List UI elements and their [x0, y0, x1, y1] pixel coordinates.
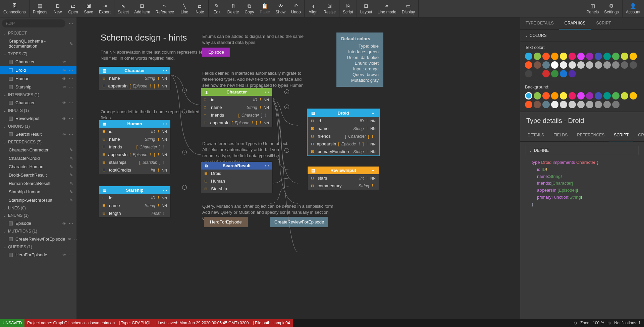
eye-icon[interactable]: 👁 — [62, 221, 66, 225]
eye-icon[interactable]: 👁 — [62, 117, 66, 121]
zoom-out-icon[interactable]: ⊖ — [574, 321, 577, 325]
zoom-in-icon[interactable]: ⊕ — [607, 321, 611, 325]
node-starship[interactable]: ▤Starship⋯ ⊟idID!NN⊟nameString!NN⊟length… — [99, 186, 171, 217]
checkbox-icon[interactable] — [9, 85, 13, 89]
tree-item[interactable]: Starship-Human✎ — [0, 188, 76, 196]
edit-pencil-icon[interactable]: ✎ — [69, 173, 73, 178]
more-icon[interactable]: ⋯ — [69, 116, 73, 121]
color-swatch[interactable] — [542, 61, 550, 69]
tree-item[interactable]: Droid👁⋯ — [0, 66, 76, 74]
filter-more-icon[interactable]: ⋯ — [67, 21, 74, 26]
reference-button[interactable]: ↖Reference — [153, 0, 176, 17]
notifications-label[interactable]: Notifications: 1 — [614, 321, 641, 325]
color-swatch[interactable] — [630, 92, 637, 100]
node-reviewinput[interactable]: ▤ReviewInput⋯ ⊟starsInt!NN⊟commentaryStr… — [307, 166, 379, 190]
define-section[interactable]: ⌄DEFINE — [526, 146, 639, 155]
line-button[interactable]: ╲Line — [177, 0, 192, 17]
dtab-script[interactable]: SCRIPT — [609, 129, 633, 141]
edit-button[interactable]: ✎Edit — [209, 0, 225, 17]
copy-button[interactable]: ⧉Copy — [242, 0, 257, 17]
node-menu-icon[interactable]: ⋯ — [371, 111, 376, 116]
checkbox-icon[interactable] — [9, 221, 13, 225]
node-character-type[interactable]: ▤Character⋯ ⊟nameString!NN⊟appearsIn[ Ep… — [99, 66, 171, 90]
colors-section-header[interactable]: ⌄COLORS — [525, 33, 639, 38]
color-swatch[interactable] — [560, 92, 567, 100]
section-lines[interactable]: ⌄LINES (0) — [0, 204, 76, 212]
edit-pencil-icon[interactable]: ✎ — [69, 181, 73, 186]
more-icon[interactable]: ⋯ — [74, 237, 76, 242]
tree-item[interactable]: Starship-SearchResult✎ — [0, 196, 76, 204]
checkbox-icon[interactable] — [9, 101, 13, 105]
dtab-fields[interactable]: FIELDS — [549, 129, 572, 141]
tree-item[interactable]: Character👁⋯ — [0, 99, 76, 107]
checkbox-icon[interactable] — [9, 117, 13, 121]
dtab-references[interactable]: REFERENCES — [572, 129, 609, 141]
settings-button[interactable]: ⚙Settings — [601, 0, 621, 17]
connector-handle[interactable]: ⌄ — [284, 105, 289, 109]
checkbox-icon[interactable] — [9, 237, 13, 241]
color-swatch[interactable] — [603, 101, 611, 108]
color-swatch[interactable] — [569, 101, 576, 108]
color-swatch[interactable] — [586, 101, 593, 108]
more-icon[interactable]: ⋯ — [69, 76, 73, 81]
color-swatch[interactable] — [586, 61, 593, 69]
tree-item[interactable]: Human-SearchResult✎ — [0, 179, 76, 188]
more-icon[interactable]: ⋯ — [69, 68, 73, 73]
panels-button[interactable]: ◫Panels — [584, 0, 602, 17]
filter-input[interactable] — [2, 19, 65, 27]
new-button[interactable]: 🗋New — [50, 0, 65, 17]
color-swatch[interactable] — [534, 92, 541, 100]
color-swatch[interactable] — [621, 53, 628, 60]
connector-handle[interactable]: ⌄ — [182, 110, 187, 114]
color-swatch[interactable] — [525, 61, 532, 69]
project-name-item[interactable]: GraphQL schema - documentation✎ — [0, 37, 76, 50]
color-swatch[interactable] — [595, 53, 602, 60]
section-project[interactable]: ⌄PROJECT — [0, 29, 76, 37]
tree-item[interactable]: CreateReviewForEpisode👁⋯ — [0, 235, 76, 243]
color-swatch[interactable] — [569, 92, 576, 100]
node-character-interface[interactable]: ◫Character⋯ ⟟idID!NN⟟nameString!NN⟟frien… — [201, 88, 273, 127]
more-icon[interactable]: ⋯ — [69, 132, 73, 137]
color-swatch[interactable] — [586, 92, 593, 100]
episode-enum-badge[interactable]: Episode — [202, 48, 230, 57]
tree-item[interactable]: Episode👁⋯ — [0, 219, 76, 227]
color-swatch[interactable] — [603, 53, 611, 60]
tab-type-details[interactable]: TYPE DETAILS — [520, 17, 559, 29]
node-menu-icon[interactable]: ⋯ — [264, 164, 270, 168]
edit-pencil-icon[interactable]: ✎ — [69, 164, 73, 169]
color-swatch[interactable] — [534, 101, 541, 108]
color-swatch[interactable] — [551, 101, 558, 108]
color-swatch[interactable] — [534, 61, 541, 69]
more-icon[interactable]: ⋯ — [69, 84, 73, 89]
color-swatch[interactable] — [569, 53, 576, 60]
node-menu-icon[interactable]: ⋯ — [162, 122, 168, 126]
color-swatch[interactable] — [551, 53, 558, 60]
color-swatch[interactable] — [569, 70, 576, 77]
note-button[interactable]: 🗈Note — [192, 0, 208, 17]
section-queries[interactable]: ⌄QUERIES (1) — [0, 243, 76, 251]
more-icon[interactable]: ⋯ — [69, 100, 73, 105]
color-swatch[interactable] — [595, 92, 602, 100]
color-swatch[interactable] — [630, 53, 637, 60]
color-swatch[interactable] — [569, 61, 576, 69]
connector-handle[interactable]: ⌄ — [284, 148, 289, 153]
tree-item[interactable]: Human👁⋯ — [0, 74, 76, 83]
color-swatch[interactable] — [525, 101, 532, 108]
eye-icon[interactable]: 👁 — [62, 85, 66, 89]
node-menu-icon[interactable]: ⋯ — [162, 68, 168, 73]
resize-button[interactable]: ⇲Resize — [321, 0, 338, 17]
layout-button[interactable]: ⊞Layout — [358, 0, 375, 17]
tree-item[interactable]: SearchResult👁⋯ — [0, 130, 76, 138]
color-swatch[interactable] — [542, 101, 550, 108]
tree-item[interactable]: HeroForEpisode👁⋯ — [0, 251, 76, 259]
hero-query-badge[interactable]: HeroForEpisode — [204, 217, 248, 227]
open-button[interactable]: 🗁Open — [65, 0, 81, 17]
checkbox-icon[interactable] — [9, 68, 13, 72]
select-button[interactable]: ⬉Select — [115, 0, 131, 17]
section-types[interactable]: ⌄TYPES (7) — [0, 50, 76, 58]
color-swatch[interactable] — [603, 92, 611, 100]
section-unions[interactable]: ⌄UNIONS (1) — [0, 123, 76, 130]
color-swatch[interactable] — [525, 92, 532, 100]
color-swatch[interactable] — [577, 53, 585, 60]
more-icon[interactable]: ⋯ — [69, 59, 73, 64]
